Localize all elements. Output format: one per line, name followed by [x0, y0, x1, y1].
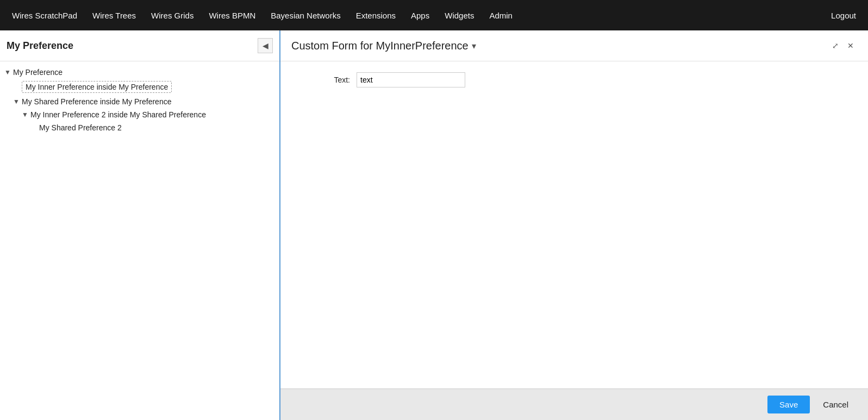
- tree-label-shared1: My Shared Preference inside My Preferenc…: [22, 97, 171, 106]
- nav-extensions[interactable]: Extensions: [348, 7, 403, 24]
- cancel-button[interactable]: Cancel: [814, 396, 857, 413]
- tree-toggle-root[interactable]: ▼: [4, 68, 13, 76]
- tree-item-shared2[interactable]: My Shared Preference 2: [26, 121, 279, 134]
- tree-item-root[interactable]: ▼ My Preference: [0, 66, 279, 79]
- nav-wires-grids[interactable]: Wires Grids: [143, 7, 201, 24]
- left-panel-title: My Preference: [7, 40, 73, 52]
- right-panel-body: Text:: [280, 61, 868, 388]
- right-panel: Custom Form for MyInnerPreference ▾ ⤢ ✕ …: [280, 30, 868, 420]
- form-row-text: Text:: [291, 72, 857, 87]
- nav-wires-bpmn[interactable]: Wires BPMN: [201, 7, 263, 24]
- expand-button[interactable]: ⤢: [829, 39, 842, 52]
- tree-label-root: My Preference: [13, 68, 63, 77]
- save-button[interactable]: Save: [767, 396, 810, 413]
- left-panel: My Preference ◀ ▼ My Preference My Inner…: [0, 30, 280, 420]
- top-nav: Wires ScratchPad Wires Trees Wires Grids…: [0, 0, 868, 30]
- right-panel-header: Custom Form for MyInnerPreference ▾ ⤢ ✕: [280, 30, 868, 61]
- right-panel-footer: Save Cancel: [280, 388, 868, 420]
- close-button[interactable]: ✕: [844, 39, 857, 52]
- nav-wires-trees[interactable]: Wires Trees: [85, 7, 143, 24]
- tree-toggle-shared1[interactable]: ▼: [13, 98, 22, 105]
- left-panel-header: My Preference ◀: [0, 30, 279, 61]
- text-field-label: Text:: [291, 76, 357, 84]
- form-title-text: Custom Form for MyInnerPreference: [291, 40, 469, 52]
- tree-label-inner1[interactable]: My Inner Preference inside My Preference: [22, 81, 172, 93]
- tree-item-inner2[interactable]: ▼ My Inner Preference 2 inside My Shared…: [17, 108, 279, 121]
- tree-area: ▼ My Preference My Inner Preference insi…: [0, 61, 279, 420]
- nav-logout[interactable]: Logout: [823, 7, 864, 24]
- right-panel-actions: ⤢ ✕: [829, 39, 857, 52]
- main-area: My Preference ◀ ▼ My Preference My Inner…: [0, 30, 868, 420]
- right-panel-title: Custom Form for MyInnerPreference ▾: [291, 40, 476, 52]
- nav-admin[interactable]: Admin: [482, 7, 520, 24]
- nav-wires-scratchpad[interactable]: Wires ScratchPad: [4, 7, 85, 24]
- tree-label-shared2: My Shared Preference 2: [39, 123, 122, 132]
- nav-bayesian-networks[interactable]: Bayesian Networks: [263, 7, 348, 24]
- title-chevron-icon[interactable]: ▾: [472, 41, 476, 51]
- collapse-button[interactable]: ◀: [258, 38, 273, 53]
- tree-toggle-inner2[interactable]: ▼: [22, 111, 30, 118]
- nav-apps[interactable]: Apps: [403, 7, 437, 24]
- tree-item-inner1[interactable]: My Inner Preference inside My Preference: [9, 79, 279, 95]
- nav-widgets[interactable]: Widgets: [437, 7, 482, 24]
- tree-label-inner2: My Inner Preference 2 inside My Shared P…: [30, 110, 206, 119]
- tree-item-shared1[interactable]: ▼ My Shared Preference inside My Prefere…: [9, 95, 279, 108]
- text-input[interactable]: [357, 72, 465, 87]
